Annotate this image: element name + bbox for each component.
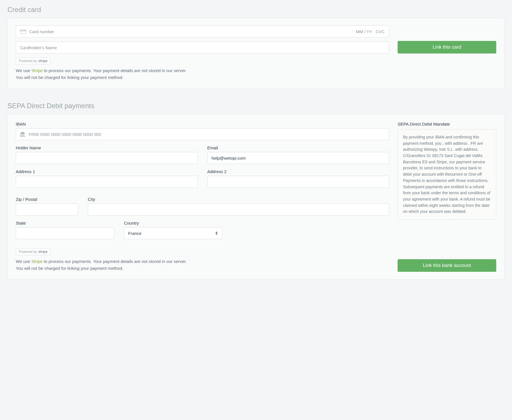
credit-card-section-title: Credit card <box>7 6 505 14</box>
sepa-section-title: SEPA Direct Debit payments <box>7 102 505 110</box>
city-input[interactable] <box>88 203 389 215</box>
credit-card-disclaimer: We use Stripe to process our payments. Y… <box>16 67 389 81</box>
chevron-updown-icon <box>215 231 218 235</box>
credit-card-panel: Card number MM / YY CVC Powered by strip… <box>7 18 505 89</box>
email-label: Email <box>207 145 389 150</box>
state-label: State <box>16 221 114 225</box>
country-select[interactable]: France <box>124 227 222 239</box>
iban-input[interactable]: FR00 0000 0000 0000 0000 0000 000 <box>16 128 389 140</box>
stripe-logo-text: stripe <box>38 59 47 63</box>
holder-name-label: Holder Name <box>16 145 198 150</box>
iban-placeholder: FR00 0000 0000 0000 0000 0000 000 <box>29 132 101 137</box>
credit-card-icon <box>20 29 26 34</box>
email-input[interactable] <box>207 152 389 164</box>
card-expiry-placeholder: MM / YY <box>356 29 372 34</box>
card-number-placeholder: Card number <box>29 29 356 34</box>
city-label: City <box>88 197 389 202</box>
mandate-title: SEPA Direct Debit Mandate <box>398 122 496 126</box>
address2-label: Address 2 <box>207 169 389 174</box>
stripe-badge-sepa: Powered by stripe <box>16 248 51 255</box>
bank-icon <box>20 132 25 136</box>
stripe-logo-text-sepa: stripe <box>38 250 47 254</box>
mandate-box: By providing your IBAN and confirming th… <box>398 129 496 220</box>
holder-name-input[interactable] <box>16 152 198 164</box>
address1-label: Address 1 <box>16 169 198 174</box>
card-cvc-placeholder: CVC <box>376 29 385 34</box>
address2-input[interactable] <box>207 176 389 188</box>
card-number-input[interactable]: Card number MM / YY CVC <box>16 25 389 37</box>
country-label: Country <box>124 221 222 225</box>
stripe-link-sepa[interactable]: Stripe <box>31 259 43 264</box>
zip-input[interactable] <box>16 203 78 215</box>
address1-input[interactable] <box>16 176 198 188</box>
link-card-button[interactable]: Link this card <box>398 41 496 54</box>
stripe-link[interactable]: Stripe <box>31 68 43 73</box>
cardholder-name-input[interactable] <box>16 41 389 54</box>
link-bank-account-button[interactable]: Link this bank account <box>398 259 496 272</box>
country-select-value: France <box>128 231 215 236</box>
sepa-panel: IBAN FR00 0000 0000 0000 0000 0000 000 H… <box>7 114 505 280</box>
state-input[interactable] <box>16 227 114 239</box>
iban-label: IBAN <box>16 122 389 126</box>
zip-label: Zip / Postal <box>16 197 78 202</box>
stripe-badge: Powered by stripe <box>16 58 51 64</box>
sepa-disclaimer: We use Stripe to process our payments. Y… <box>16 258 389 272</box>
